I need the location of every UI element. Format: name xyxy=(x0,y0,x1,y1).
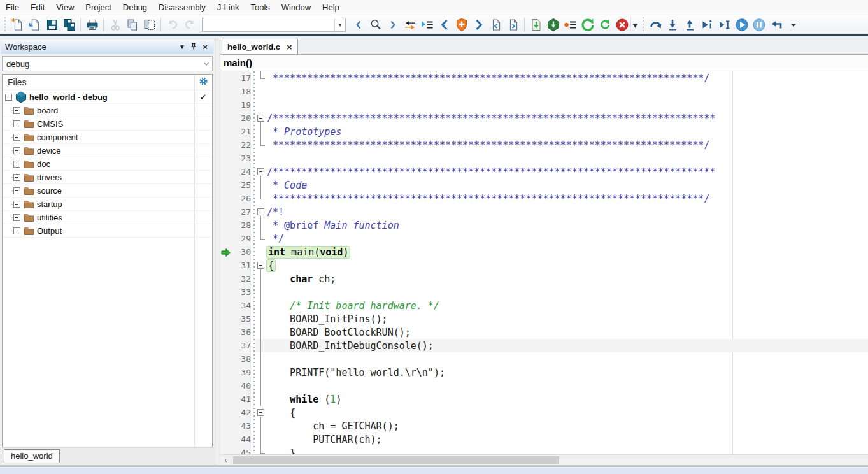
code-text[interactable]: BOARD_InitDebugConsole(); xyxy=(267,340,868,352)
expand-icon[interactable] xyxy=(13,174,20,181)
tree-item-drivers[interactable]: drivers xyxy=(3,171,212,184)
menu-j-link[interactable]: J-Link xyxy=(211,0,245,15)
print-icon[interactable] xyxy=(83,17,101,33)
run-to-statement-icon[interactable] xyxy=(418,17,436,33)
next-statement-icon[interactable] xyxy=(699,17,716,33)
breakpoint-margin[interactable] xyxy=(220,326,231,339)
breakpoint-margin[interactable] xyxy=(220,339,231,352)
breakpoint-margin[interactable] xyxy=(220,111,231,125)
fold-margin[interactable] xyxy=(255,111,267,125)
navigate-swap-icon[interactable] xyxy=(401,17,418,33)
pin-icon[interactable] xyxy=(188,41,199,52)
breakpoint-margin[interactable] xyxy=(220,71,231,85)
menu-disassembly[interactable]: Disassembly xyxy=(153,0,211,15)
code-text[interactable]: BOARD_InitPins(); xyxy=(267,313,868,325)
menu-file[interactable]: File xyxy=(0,0,25,15)
code-text[interactable]: ****************************************… xyxy=(267,193,868,205)
expand-icon[interactable] xyxy=(13,201,20,208)
code-text[interactable]: ****************************************… xyxy=(267,73,868,84)
breakpoint-margin[interactable] xyxy=(220,232,231,245)
pause-icon[interactable] xyxy=(750,17,767,33)
tree-item-startup[interactable]: startup xyxy=(3,198,212,211)
close-icon[interactable]: × xyxy=(199,41,211,52)
breakpoint-margin[interactable] xyxy=(220,406,231,419)
breakpoint-margin[interactable] xyxy=(220,419,231,433)
tree-item-doc[interactable]: doc xyxy=(3,157,212,171)
expand-icon[interactable] xyxy=(13,120,20,127)
breakpoint-margin[interactable] xyxy=(220,446,231,454)
code-text[interactable]: PRINTF("hello world.\r\n"); xyxy=(267,367,868,378)
breakpoint-margin[interactable] xyxy=(220,138,231,152)
breakpoint-margin[interactable] xyxy=(220,85,231,98)
breakpoint-margin[interactable] xyxy=(220,192,231,205)
menu-view[interactable]: View xyxy=(50,0,80,15)
scrollbar-thumb[interactable] xyxy=(233,456,559,464)
gear-icon[interactable] xyxy=(196,76,210,89)
expand-icon[interactable] xyxy=(13,107,20,114)
breakpoint-margin[interactable] xyxy=(220,152,231,165)
code-text[interactable]: ch = GETCHAR(); xyxy=(267,420,868,432)
breakpoint-margin[interactable] xyxy=(220,285,231,299)
code-text[interactable]: PUTCHAR(ch); xyxy=(267,434,868,445)
quick-search-input[interactable] xyxy=(203,18,334,31)
download-file-icon[interactable] xyxy=(527,17,544,33)
breakpoint-margin[interactable] xyxy=(220,245,231,259)
expand-icon[interactable] xyxy=(13,187,20,194)
step-over-icon[interactable] xyxy=(647,17,664,33)
tree-item-project[interactable]: hello_world - debug✓ xyxy=(3,90,212,104)
code-text[interactable]: /*! xyxy=(267,206,868,218)
breakpoint-list-icon[interactable] xyxy=(562,17,579,33)
expand-icon[interactable] xyxy=(13,134,20,141)
search-dropdown-icon[interactable]: ▼ xyxy=(334,18,345,31)
menu-window[interactable]: Window xyxy=(276,0,317,15)
breakpoint-margin[interactable] xyxy=(220,352,231,366)
previous-bookmark-icon[interactable] xyxy=(487,17,504,33)
code-text[interactable]: /* Init board hardware. */ xyxy=(267,300,868,312)
breakpoint-margin[interactable] xyxy=(220,98,231,111)
debug-menu-icon[interactable] xyxy=(785,17,802,33)
reset-icon[interactable] xyxy=(579,17,596,33)
quick-search-combo[interactable]: ▼ xyxy=(202,18,346,32)
toolbar-grip[interactable] xyxy=(641,17,645,32)
breakpoint-margin[interactable] xyxy=(220,259,231,272)
fold-collapse-icon[interactable] xyxy=(257,262,264,269)
breakpoint-margin[interactable] xyxy=(220,219,231,232)
menu-project[interactable]: Project xyxy=(80,0,117,15)
breakpoint-margin[interactable] xyxy=(220,392,231,406)
code-text[interactable]: ****************************************… xyxy=(267,140,868,151)
editor-tab-hello-world-c[interactable]: hello_world.c × xyxy=(222,39,298,54)
code-text[interactable]: } xyxy=(267,447,868,455)
code-text[interactable]: * @brief Main function xyxy=(267,220,868,231)
expand-icon[interactable] xyxy=(13,227,20,234)
fold-margin[interactable] xyxy=(255,406,267,419)
code-text[interactable]: BOARD_BootClockRUN(); xyxy=(267,327,868,338)
code-text[interactable]: /***************************************… xyxy=(267,166,868,178)
expand-icon[interactable] xyxy=(13,147,20,154)
tree-item-device[interactable]: device xyxy=(3,144,212,157)
find-previous-icon[interactable] xyxy=(350,17,367,33)
fold-collapse-icon[interactable] xyxy=(257,115,264,122)
run-to-cursor-icon[interactable] xyxy=(716,17,733,33)
new-file-icon[interactable] xyxy=(9,17,26,33)
toolbar-overflow-icon[interactable]: ▬▼ xyxy=(630,17,639,33)
paste-icon[interactable] xyxy=(141,17,158,33)
download-and-debug-icon[interactable] xyxy=(544,17,562,33)
collapse-icon[interactable] xyxy=(5,94,12,101)
tree-item-component[interactable]: component xyxy=(3,131,212,144)
find-icon[interactable] xyxy=(367,17,384,33)
save-icon[interactable] xyxy=(43,17,60,33)
menu-tools[interactable]: Tools xyxy=(245,0,275,15)
break-icon[interactable] xyxy=(613,17,630,33)
undo-icon[interactable] xyxy=(164,17,181,33)
cut-icon[interactable] xyxy=(106,17,124,33)
code-text[interactable]: int main(void) xyxy=(267,247,868,258)
expand-icon[interactable] xyxy=(13,214,20,221)
horizontal-scrollbar[interactable]: ‹ xyxy=(220,454,868,465)
redo-icon[interactable] xyxy=(181,17,198,33)
tree-item-output[interactable]: Output xyxy=(3,224,212,238)
breakpoint-margin[interactable] xyxy=(220,205,231,219)
fold-collapse-icon[interactable] xyxy=(257,168,264,175)
code-text[interactable]: char ch; xyxy=(267,273,868,285)
find-next-icon[interactable] xyxy=(384,17,401,33)
workspace-tab-hello-world[interactable]: hello_world xyxy=(4,449,60,463)
